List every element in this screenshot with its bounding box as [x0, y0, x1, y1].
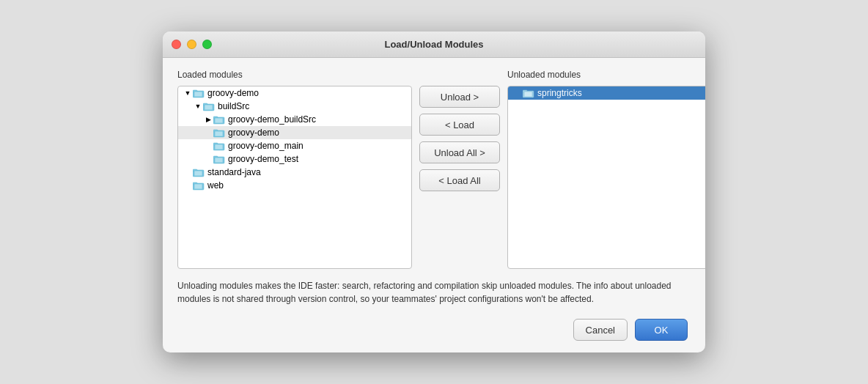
unload-button[interactable]: Unload > [419, 86, 500, 108]
folder-icon [193, 181, 205, 191]
expand-icon [203, 128, 213, 138]
load-button[interactable]: < Load [419, 114, 500, 136]
folder-icon [523, 89, 534, 98]
svg-rect-11 [215, 131, 223, 136]
list-item[interactable]: ▼ groovy-demo [178, 86, 411, 100]
folder-icon [193, 168, 205, 177]
svg-rect-8 [215, 118, 223, 123]
item-text: springtricks [537, 88, 582, 98]
svg-rect-20 [194, 171, 202, 176]
dialog-content: Loaded modules ▼ groovy-demo [163, 58, 705, 352]
cancel-button[interactable]: Cancel [573, 319, 628, 341]
item-text: web [207, 180, 224, 191]
item-text: groovy-demo_test [228, 154, 298, 164]
folder-icon [213, 141, 225, 151]
expand-icon: ▼ [193, 101, 203, 111]
folder-icon [213, 115, 225, 125]
expand-icon [183, 180, 193, 191]
loaded-modules-list[interactable]: ▼ groovy-demo ▼ [177, 86, 412, 269]
item-text: standard-java [207, 167, 261, 177]
unload-all-button[interactable]: Unload All > [419, 141, 500, 163]
loaded-panel-label: Loaded modules [177, 70, 412, 80]
svg-rect-17 [215, 158, 223, 163]
unloaded-panel: Unloaded modules springtricks [507, 70, 705, 269]
expand-icon [512, 88, 523, 98]
titlebar: Load/Unload Modules [163, 32, 705, 58]
list-item[interactable]: web [178, 179, 411, 192]
list-item[interactable]: groovy-demo [178, 126, 411, 139]
folder-icon [203, 102, 215, 111]
item-text: groovy-demo [207, 88, 259, 98]
load-all-button[interactable]: < Load All [419, 169, 500, 191]
traffic-lights [172, 40, 212, 49]
window-title: Load/Unload Modules [384, 39, 483, 50]
unloaded-panel-label: Unloaded modules [507, 70, 705, 80]
unloaded-modules-list[interactable]: springtricks [507, 86, 705, 269]
svg-rect-2 [194, 92, 202, 97]
list-item[interactable]: groovy-demo_test [178, 152, 411, 166]
expand-icon [203, 154, 213, 164]
dialog-window: Load/Unload Modules Loaded modules ▼ [163, 32, 705, 352]
svg-rect-23 [194, 184, 202, 189]
action-buttons-column: Unload > < Load Unload All > < Load All [412, 86, 507, 191]
svg-rect-26 [524, 92, 532, 97]
folder-icon [213, 155, 225, 164]
folder-icon [213, 128, 225, 138]
list-item[interactable]: standard-java [178, 166, 411, 179]
list-item[interactable]: groovy-demo_main [178, 139, 411, 152]
list-item[interactable]: ▶ groovy-demo_buildSrc [178, 113, 411, 126]
svg-rect-14 [215, 144, 223, 149]
item-text: groovy-demo [228, 128, 279, 138]
item-text: groovy-demo_buildSrc [228, 114, 316, 125]
list-item[interactable]: ▼ buildSrc [178, 100, 411, 113]
item-text: buildSrc [218, 101, 249, 111]
info-text: Unloading modules makes the IDE faster: … [177, 276, 691, 306]
expand-icon: ▼ [183, 88, 193, 98]
expand-icon [203, 141, 213, 151]
svg-rect-5 [205, 105, 213, 110]
footer-row: Cancel OK [177, 313, 691, 344]
ok-button[interactable]: OK [635, 319, 688, 341]
maximize-button[interactable] [202, 40, 212, 49]
item-text: groovy-demo_main [228, 141, 304, 151]
list-item[interactable]: springtricks [508, 86, 705, 100]
loaded-panel: Loaded modules ▼ groovy-demo [177, 70, 412, 269]
close-button[interactable] [172, 40, 181, 49]
expand-icon [183, 167, 193, 177]
folder-icon [193, 89, 205, 98]
expand-icon: ▶ [203, 114, 213, 125]
panels-row: Loaded modules ▼ groovy-demo [177, 70, 691, 269]
minimize-button[interactable] [187, 40, 196, 49]
